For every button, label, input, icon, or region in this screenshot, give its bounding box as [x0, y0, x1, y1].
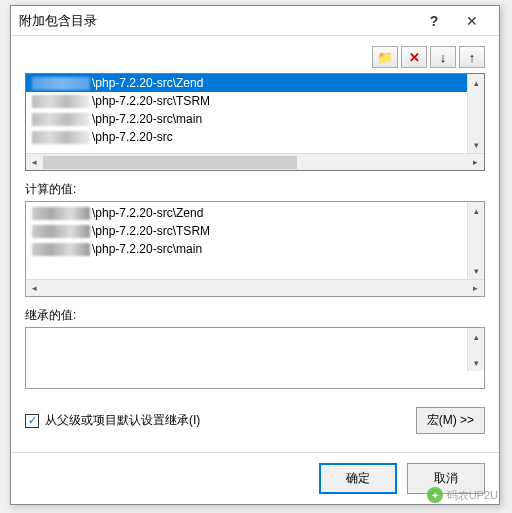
blurred-path-prefix [32, 225, 90, 238]
arrow-up-icon: ↑ [469, 50, 476, 65]
vertical-scrollbar[interactable]: ▴ ▾ [467, 328, 484, 371]
list-item-text: \php-7.2.20-src\main [92, 240, 202, 258]
scroll-up-icon[interactable]: ▴ [468, 328, 484, 345]
list-item-text: \php-7.2.20-src\TSRM [92, 92, 210, 110]
dialog-title: 附加包含目录 [19, 12, 415, 30]
scroll-down-icon[interactable]: ▾ [468, 262, 484, 279]
list-item: \php-7.2.20-src\Zend [26, 204, 484, 222]
vertical-scrollbar[interactable]: ▴ ▾ [467, 202, 484, 279]
close-button[interactable]: ✕ [453, 7, 491, 35]
scroll-down-icon[interactable]: ▾ [468, 354, 484, 371]
inherit-checkbox-label[interactable]: 从父级或项目默认设置继承(I) [45, 412, 200, 429]
dialog-body: 📁 ✕ ↓ ↑ \php-7.2.20-src\Zend \php-7.2.20… [11, 36, 499, 452]
folder-icon: 📁 [377, 50, 393, 65]
list-item-text: \php-7.2.20-src\Zend [92, 204, 203, 222]
evaluated-items: \php-7.2.20-src\Zend \php-7.2.20-src\TSR… [26, 202, 484, 258]
delete-icon: ✕ [409, 50, 420, 65]
wechat-icon: ✦ [427, 487, 443, 503]
blurred-path-prefix [32, 95, 90, 108]
inherit-checkbox[interactable]: ✓ [25, 414, 39, 428]
list-item-text: \php-7.2.20-src\TSRM [92, 222, 210, 240]
title-bar: 附加包含目录 ? ✕ [11, 6, 499, 36]
move-down-button[interactable]: ↓ [430, 46, 456, 68]
blurred-path-prefix [32, 77, 90, 90]
list-item: \php-7.2.20-src\TSRM [26, 222, 484, 240]
list-item[interactable]: \php-7.2.20-src\TSRM [26, 92, 484, 110]
horizontal-scrollbar[interactable]: ◂ ▸ [26, 153, 484, 170]
move-up-button[interactable]: ↑ [459, 46, 485, 68]
scroll-right-icon[interactable]: ▸ [467, 154, 484, 171]
blurred-path-prefix [32, 131, 90, 144]
vertical-scrollbar[interactable]: ▴ ▾ [467, 74, 484, 153]
list-toolbar: 📁 ✕ ↓ ↑ [25, 46, 485, 68]
list-item: \php-7.2.20-src\main [26, 240, 484, 258]
scroll-left-icon[interactable]: ◂ [26, 280, 43, 297]
arrow-down-icon: ↓ [440, 50, 447, 65]
scroll-left-icon[interactable]: ◂ [26, 154, 43, 171]
macro-button[interactable]: 宏(M) >> [416, 407, 485, 434]
scroll-down-icon[interactable]: ▾ [468, 136, 484, 153]
horizontal-scrollbar[interactable]: ◂ ▸ [26, 279, 484, 296]
scroll-track[interactable] [43, 280, 467, 296]
delete-button[interactable]: ✕ [401, 46, 427, 68]
list-item[interactable]: \php-7.2.20-src [26, 128, 484, 146]
blurred-path-prefix [32, 113, 90, 126]
list-item-text: \php-7.2.20-src [92, 128, 173, 146]
blurred-path-prefix [32, 207, 90, 220]
inherited-listbox: ▴ ▾ [25, 327, 485, 389]
ok-button[interactable]: 确定 [319, 463, 397, 494]
new-folder-button[interactable]: 📁 [372, 46, 398, 68]
evaluated-label: 计算的值: [25, 181, 485, 198]
evaluated-listbox: \php-7.2.20-src\Zend \php-7.2.20-src\TSR… [25, 201, 485, 297]
bottom-options: ✓ 从父级或项目默认设置继承(I) 宏(M) >> [25, 407, 485, 434]
directories-listbox[interactable]: \php-7.2.20-src\Zend \php-7.2.20-src\TSR… [25, 73, 485, 171]
watermark-text: 码农UP2U [447, 488, 498, 503]
list-items: \php-7.2.20-src\Zend \php-7.2.20-src\TSR… [26, 74, 484, 148]
inherited-label: 继承的值: [25, 307, 485, 324]
dialog-window: 附加包含目录 ? ✕ 📁 ✕ ↓ ↑ \php-7.2.20-src\Zend … [10, 5, 500, 505]
scroll-track[interactable] [43, 154, 467, 170]
blurred-path-prefix [32, 243, 90, 256]
scroll-up-icon[interactable]: ▴ [468, 202, 484, 219]
list-item-text: \php-7.2.20-src\Zend [92, 74, 203, 92]
help-button[interactable]: ? [415, 7, 453, 35]
list-item[interactable]: \php-7.2.20-src\Zend [26, 74, 484, 92]
list-item-text: \php-7.2.20-src\main [92, 110, 202, 128]
watermark: ✦ 码农UP2U [427, 487, 498, 503]
scroll-right-icon[interactable]: ▸ [467, 280, 484, 297]
scroll-thumb[interactable] [43, 156, 297, 169]
scroll-up-icon[interactable]: ▴ [468, 74, 484, 91]
list-item[interactable]: \php-7.2.20-src\main [26, 110, 484, 128]
